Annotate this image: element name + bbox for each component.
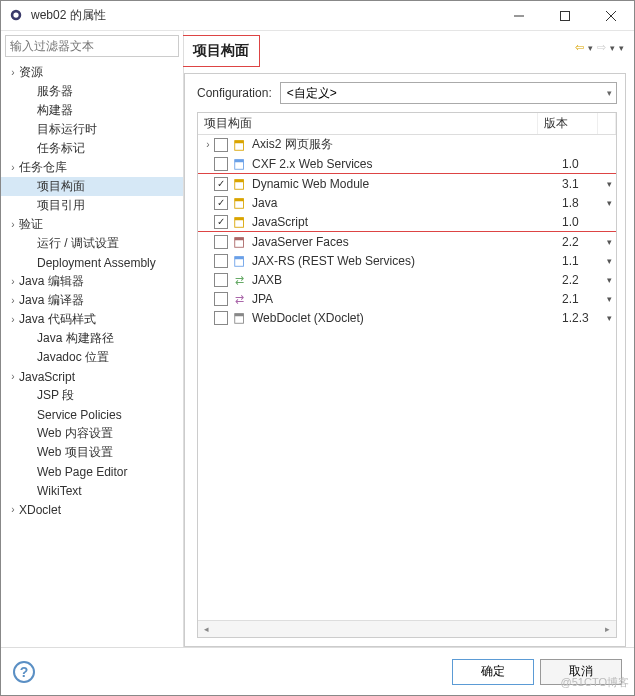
checkbox[interactable] [214, 273, 228, 287]
minimize-button[interactable] [496, 1, 542, 31]
version-dropdown-icon[interactable]: ▾ [602, 275, 616, 285]
xdoc-icon [232, 310, 248, 326]
checkbox[interactable] [214, 235, 228, 249]
config-combo[interactable]: <自定义> ▾ [280, 82, 617, 104]
table-row[interactable]: JAX-RS (REST Web Services)1.1▾ [198, 251, 616, 270]
table-row[interactable]: ⇄JAXB2.2▾ [198, 270, 616, 289]
version-dropdown-icon[interactable]: ▾ [602, 313, 616, 323]
main-panel: 项目构面 ⇦▾ ⇨▾ ▾ Configuration: <自定义> ▾ 项目构面… [184, 31, 634, 647]
svg-rect-3 [561, 11, 570, 20]
tree-item[interactable]: 项目构面 [1, 177, 183, 196]
tree-item[interactable]: 运行 / 调试设置 [1, 234, 183, 253]
table-row[interactable]: ✓JavaScript1.0 [198, 212, 616, 231]
back-menu-icon[interactable]: ▾ [588, 43, 593, 53]
table-row[interactable]: ✓Dynamic Web Module3.1▾ [198, 174, 616, 193]
scroll-left-icon[interactable]: ◂ [198, 621, 215, 637]
tree-item[interactable]: Service Policies [1, 405, 183, 424]
ok-button[interactable]: 确定 [452, 659, 534, 685]
tree-item[interactable]: ›Java 编译器 [1, 291, 183, 310]
version-dropdown-icon[interactable]: ▾ [602, 256, 616, 266]
tree-item[interactable]: WikiText [1, 481, 183, 500]
svg-rect-23 [235, 313, 244, 316]
filter-input[interactable] [6, 36, 178, 56]
tree-item[interactable]: ›Java 编辑器 [1, 272, 183, 291]
tree-item[interactable]: Deployment Assembly [1, 253, 183, 272]
tree-item[interactable]: 任务标记 [1, 139, 183, 158]
forward-menu-icon[interactable]: ▾ [610, 43, 615, 53]
tree-item[interactable]: ›Java 代码样式 [1, 310, 183, 329]
tree-item[interactable]: ›XDoclet [1, 500, 183, 519]
tree-item[interactable]: 构建器 [1, 101, 183, 120]
checkbox[interactable]: ✓ [214, 177, 228, 191]
tree-item[interactable]: Web 项目设置 [1, 443, 183, 462]
checkbox[interactable] [214, 157, 228, 171]
help-icon[interactable]: ? [13, 661, 35, 683]
tree-item[interactable]: Web Page Editor [1, 462, 183, 481]
tree-item[interactable]: ›资源 [1, 63, 183, 82]
tree-item[interactable]: 目标运行时 [1, 120, 183, 139]
facet-version: 1.2.3 [562, 311, 602, 325]
titlebar: web02 的属性 [1, 1, 634, 31]
checkbox[interactable]: ✓ [214, 196, 228, 210]
tree-item-label: Web 内容设置 [37, 425, 113, 442]
version-dropdown-icon[interactable]: ▾ [602, 198, 616, 208]
svg-rect-11 [235, 179, 244, 182]
table-row[interactable]: ⇄JPA2.1▾ [198, 289, 616, 308]
tree-item-label: Deployment Assembly [37, 256, 156, 270]
config-label: Configuration: [197, 86, 272, 100]
facet-version: 2.2 [562, 273, 602, 287]
category-tree[interactable]: ›资源服务器构建器目标运行时任务标记›任务仓库项目构面项目引用›验证运行 / 调… [1, 61, 183, 647]
version-dropdown-icon[interactable]: ▾ [602, 179, 616, 189]
tree-item[interactable]: JSP 段 [1, 386, 183, 405]
tree-item-label: 任务仓库 [19, 159, 67, 176]
sidebar: ›资源服务器构建器目标运行时任务标记›任务仓库项目构面项目引用›验证运行 / 调… [1, 31, 184, 647]
checkbox[interactable] [214, 292, 228, 306]
checkbox[interactable] [214, 311, 228, 325]
version-dropdown-icon[interactable]: ▾ [602, 294, 616, 304]
version-dropdown-icon[interactable]: ▾ [602, 237, 616, 247]
expand-icon: › [7, 162, 19, 173]
tree-item[interactable]: 服务器 [1, 82, 183, 101]
tree-item[interactable]: Java 构建路径 [1, 329, 183, 348]
tree-item-label: Java 代码样式 [19, 311, 96, 328]
back-icon[interactable]: ⇦ [575, 41, 584, 54]
highlight-box: ✓Dynamic Web Module3.1▾✓Java1.8▾✓JavaScr… [198, 173, 616, 232]
tree-item[interactable]: ›验证 [1, 215, 183, 234]
view-menu-icon[interactable]: ▾ [619, 43, 624, 53]
scroll-right-icon[interactable]: ▸ [599, 621, 616, 637]
jaxb-icon: ⇄ [232, 272, 248, 288]
col-version[interactable]: 版本 [538, 113, 598, 134]
horizontal-scrollbar[interactable]: ◂ ▸ [198, 620, 616, 637]
nav-arrows: ⇦▾ ⇨▾ ▾ [575, 35, 626, 54]
close-button[interactable] [588, 1, 634, 31]
facet-name: JPA [252, 292, 562, 306]
table-row[interactable]: CXF 2.x Web Services1.0 [198, 154, 616, 173]
table-row[interactable]: ✓Java1.8▾ [198, 193, 616, 212]
tree-item-label: 目标运行时 [37, 121, 97, 138]
tree-item-label: 项目构面 [37, 178, 85, 195]
facet-version: 2.2 [562, 235, 602, 249]
table-row[interactable]: WebDoclet (XDoclet)1.2.3▾ [198, 308, 616, 327]
tree-item[interactable]: Javadoc 位置 [1, 348, 183, 367]
facet-version: 1.8 [562, 196, 602, 210]
svg-text:⇄: ⇄ [235, 292, 244, 304]
tree-item-label: Java 构建路径 [37, 330, 114, 347]
tree-item[interactable]: Web 内容设置 [1, 424, 183, 443]
checkbox[interactable]: ✓ [214, 215, 228, 229]
col-name[interactable]: 项目构面 [198, 113, 538, 134]
checkbox[interactable] [214, 254, 228, 268]
filter-box [5, 35, 179, 57]
maximize-button[interactable] [542, 1, 588, 31]
tree-item[interactable]: ›任务仓库 [1, 158, 183, 177]
tree-item[interactable]: 项目引用 [1, 196, 183, 215]
tree-item[interactable]: ›JavaScript [1, 367, 183, 386]
table-row[interactable]: ›Axis2 网页服务 [198, 135, 616, 154]
tree-item-label: 构建器 [37, 102, 73, 119]
app-icon [9, 8, 25, 24]
scroll-track[interactable] [215, 621, 599, 637]
tree-item-label: Java 编辑器 [19, 273, 84, 290]
table-row[interactable]: JavaServer Faces2.2▾ [198, 232, 616, 251]
checkbox[interactable] [214, 138, 228, 152]
tree-item-label: Java 编译器 [19, 292, 84, 309]
forward-icon[interactable]: ⇨ [597, 41, 606, 54]
